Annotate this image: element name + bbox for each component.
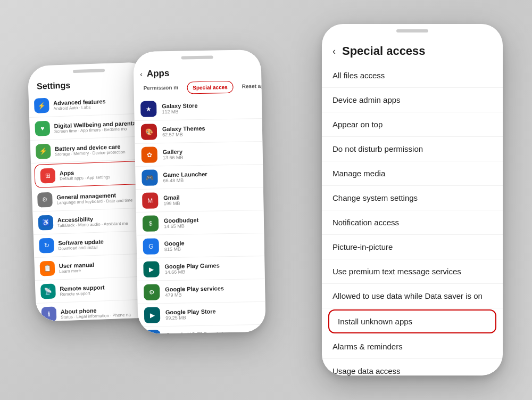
settings-text-advanced: Advanced features Android Auto · Labs [53, 96, 146, 111]
apps-screen-title: Apps [147, 68, 170, 79]
app-item-goodbudget[interactable]: $ Goodbudget 14.65 MB [136, 210, 264, 235]
app-icon-google-play-services: ⚙ [144, 284, 160, 300]
app-icon-gallery: ✿ [142, 146, 158, 163]
sa-header: ‹ Special access [322, 36, 503, 63]
app-item-google[interactable]: G Google 815 MB [136, 233, 264, 258]
apps-tab-special[interactable]: Special acces [187, 81, 234, 94]
settings-item-apps[interactable]: ⊞ Apps Default apps · App settings [34, 160, 151, 188]
app-item-gallery[interactable]: ✿ Gallery 13.66 MB [135, 142, 263, 167]
settings-icon-about: ℹ [41, 307, 56, 322]
app-size-goodbudget: 14.65 MB [164, 222, 257, 229]
app-icon-google: G [143, 238, 160, 255]
sa-item-data-saver[interactable]: Allowed to use data while Data saver is … [322, 284, 503, 308]
app-icon-google-play-store: ▶ [144, 307, 161, 323]
app-item-google-play-services[interactable]: ⚙ Google Play services 479 MB [137, 279, 265, 304]
sa-item-alarms[interactable]: Alarms & reminders [322, 334, 503, 359]
app-size-galaxy-store: 112 MB [162, 108, 255, 115]
app-item-gmail[interactable]: M Gmail 199 MB [136, 187, 264, 213]
notch-2 [181, 56, 213, 60]
sa-item-notification[interactable]: Notification access [322, 210, 503, 235]
app-info-game-launcher: Game Launcher 66.48 MB [163, 170, 256, 183]
apps-tabs: Permission mSpecial accesReset app pre [134, 80, 261, 98]
settings-icon-manual: 📋 [39, 261, 55, 276]
sa-list: All files accessDevice admin appsAppear … [322, 63, 503, 375]
sa-item-install-unknown[interactable]: Install unknown apps [328, 309, 496, 333]
settings-icon-accessibility: ♿ [38, 215, 53, 231]
app-size-google-play-games: 14.66 MB [165, 268, 259, 275]
app-size-google: 815 MB [164, 245, 258, 252]
app-item-galaxy-store[interactable]: ★ Galaxy Store 112 MB [134, 96, 262, 121]
app-icon-gmail: M [142, 192, 159, 209]
settings-icon-apps: ⊞ [40, 168, 55, 183]
settings-text-wellbeing: Digital Wellbeing and parental co Screen… [54, 119, 147, 134]
settings-icon-wellbeing: ♥ [35, 121, 50, 136]
apps-tab-reset[interactable]: Reset app pre [237, 80, 262, 93]
app-info-google-play-games: Google Play Games 14.66 MB [164, 262, 258, 275]
app-size-game-launcher: 66.48 MB [163, 176, 257, 183]
sa-screen-title: Special access [342, 44, 426, 58]
phone-special-access: ‹ Special access All files accessDevice … [322, 24, 503, 375]
app-info-gallery: Gallery 13.66 MB [163, 147, 256, 160]
settings-icon-general: ⚙ [37, 192, 53, 208]
notch-3 [396, 29, 428, 32]
sa-item-premium-sms[interactable]: Use premium text message services [322, 259, 503, 284]
app-info-galaxy-store: Galaxy Store 112 MB [162, 101, 255, 115]
app-info-google: Google 815 MB [164, 239, 258, 252]
sa-item-change-system[interactable]: Change system settings [322, 186, 503, 210]
sa-item-all-files[interactable]: All files access [322, 63, 503, 88]
app-icon-galaxy-store: ★ [140, 101, 157, 117]
apps-tab-permission[interactable]: Permission m [138, 81, 184, 94]
app-icon-game-launcher: 🎮 [142, 169, 158, 186]
app-item-game-launcher[interactable]: 🎮 Game Launcher 66.48 MB [135, 165, 263, 190]
settings-icon-battery: ⚡ [36, 144, 51, 159]
sa-item-dnd[interactable]: Do not disturb permission [322, 137, 503, 161]
app-size-gmail: 199 MB [163, 199, 257, 206]
app-info-gmail: Gmail 199 MB [163, 193, 257, 206]
app-item-google-wifi[interactable]: ✉ Google Wi-Fi Provisioner 3.41 MB [138, 325, 265, 334]
app-info-goodbudget: Goodbudget 14.65 MB [164, 216, 257, 229]
apps-back-icon[interactable]: ‹ [140, 70, 143, 78]
apps-list: ★ Galaxy Store 112 MB 🎨 Galaxy Themes 62… [134, 96, 266, 334]
app-item-galaxy-themes[interactable]: 🎨 Galaxy Themes 62.57 MB [135, 119, 263, 144]
app-icon-google-wifi: ✉ [145, 330, 161, 334]
sa-item-device-admin[interactable]: Device admin apps [322, 88, 503, 112]
app-size-google-play-store: 99.25 MB [165, 314, 259, 321]
app-info-google-play-store: Google Play Store 99.25 MB [165, 307, 259, 321]
sa-item-manage-media[interactable]: Manage media [322, 161, 503, 186]
notch-1 [73, 69, 105, 73]
app-name-google-wifi: Google Wi-Fi Provisioner [166, 330, 260, 334]
app-icon-galaxy-themes: 🎨 [141, 124, 157, 140]
app-item-google-play-games[interactable]: ▶ Google Play Games 14.66 MB [137, 256, 265, 281]
app-size-gallery: 13.66 MB [163, 153, 256, 160]
app-info-google-play-services: Google Play services 479 MB [165, 284, 259, 298]
sa-item-appear-top[interactable]: Appear on top [322, 112, 503, 137]
app-info-google-wifi: Google Wi-Fi Provisioner 3.41 MB [166, 330, 260, 334]
app-size-galaxy-themes: 62.57 MB [162, 130, 256, 137]
sa-item-usage-data[interactable]: Usage data access [322, 359, 503, 375]
app-icon-goodbudget: $ [143, 215, 159, 232]
sa-back-icon[interactable]: ‹ [332, 46, 336, 57]
app-item-google-play-store[interactable]: ▶ Google Play Store 99.25 MB [138, 302, 266, 327]
settings-icon-software: ↻ [39, 238, 54, 254]
apps-header: ‹ Apps [134, 61, 262, 83]
settings-icon-advanced: ⚡ [34, 98, 49, 113]
phone-apps: ‹ Apps Permission mSpecial accesReset ap… [133, 50, 265, 334]
app-size-google-play-services: 479 MB [165, 291, 259, 298]
app-icon-google-play-games: ▶ [143, 261, 160, 277]
sa-item-pip[interactable]: Picture-in-picture [322, 235, 503, 259]
app-info-galaxy-themes: Galaxy Themes 62.57 MB [162, 124, 256, 137]
settings-text-battery: Battery and device care Storage · Memory… [55, 142, 148, 157]
settings-icon-remote: 📡 [40, 284, 56, 299]
settings-text-apps: Apps Default apps · App settings [60, 167, 145, 181]
